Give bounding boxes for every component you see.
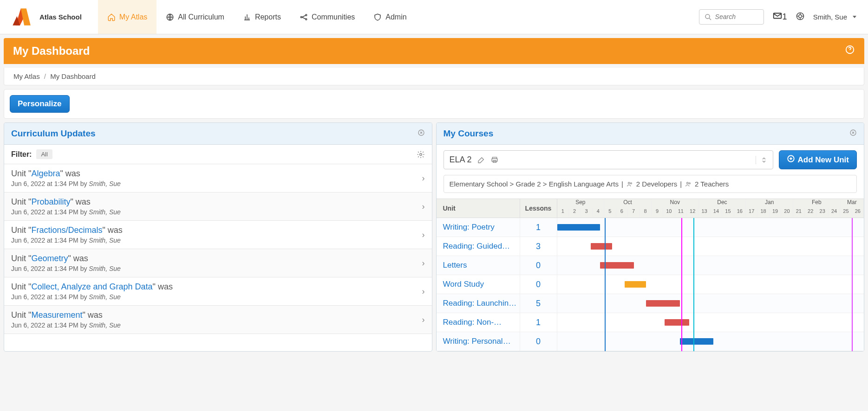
gantt-bar[interactable] [646,300,680,307]
bar-track [557,313,864,332]
update-row[interactable]: Unit "Probability" was Jun 6, 2022 at 1:… [4,193,432,221]
course-select-row: ELA 2 Add New Unit [437,145,864,175]
page-title-bar: My Dashboard [4,38,864,64]
gantt-body: Writing: Poetry 1 Reading: Guided… 3 Let… [437,218,864,351]
people-icon [626,181,633,187]
panel-title: Curriculum Updates [11,128,96,139]
course-meta: Elementary School > Grade 2 > English La… [444,175,857,193]
gantt-bar[interactable] [591,243,612,250]
close-icon[interactable] [418,129,425,138]
panel-header: Curriculum Updates [4,123,432,145]
week-label: 23 [816,208,828,217]
nav-all-curriculum[interactable]: All Curriculum [157,0,234,34]
course-path: Elementary School > Grade 2 > English La… [450,180,619,188]
filter-all-chip[interactable]: All [36,149,52,159]
nav-my-atlas[interactable]: My Atlas [98,0,157,34]
update-row[interactable]: Unit "Collect, Analyze and Graph Data" w… [4,277,432,306]
lesson-count[interactable]: 0 [520,275,557,294]
week-label: 14 [711,208,722,217]
nav-communities[interactable]: Communities [290,0,364,34]
gantt-row: Reading: Launchin… 5 [437,294,864,313]
gantt-chart: Unit Lessons SepOctNovDecJanFebMar 12345… [437,199,864,351]
nav-reports[interactable]: Reports [234,0,290,34]
gantt-bar[interactable] [680,338,714,345]
messages-button[interactable]: 1 [772,11,787,23]
gantt-row: Word Study 0 [437,275,864,294]
logo[interactable]: Atlas School [5,4,86,30]
week-label: 12 [687,208,698,217]
course-selector[interactable]: ELA 2 [444,150,773,169]
unit-name[interactable]: Reading: Launchin… [437,294,520,313]
svg-point-6 [306,19,307,20]
updates-list: Unit "Algebra" was Jun 6, 2022 at 1:34 P… [4,164,432,334]
teachers-count[interactable]: 2 Teachers [695,180,729,188]
lesson-count[interactable]: 5 [520,294,557,313]
globe-icon [166,13,174,21]
update-meta: Jun 6, 2022 at 1:34 PM by Smith, Sue [11,208,121,216]
gantt-row: Writing: Poetry 1 [437,218,864,237]
unit-name[interactable]: Writing: Personal… [437,332,520,351]
search-box[interactable] [699,9,764,24]
week-label: 6 [616,208,628,217]
panel-header: My Courses [437,123,864,145]
update-row[interactable]: Unit "Geometry" was Jun 6, 2022 at 1:34 … [4,249,432,277]
svg-point-13 [419,153,422,155]
update-row[interactable]: Unit "Fractions/Decimals" was Jun 6, 202… [4,221,432,249]
lesson-count[interactable]: 1 [520,218,557,237]
user-menu[interactable]: Smith, Sue [813,13,856,21]
update-title: Unit "Algebra" was [11,169,121,179]
update-row[interactable]: Unit "Measurement" was Jun 6, 2022 at 1:… [4,306,432,334]
breadcrumb-separator: / [44,72,46,80]
week-label: 2 [569,208,581,217]
month-label: Dec [699,199,746,208]
help-circle-icon[interactable] [845,45,855,58]
gear-icon[interactable] [417,150,425,159]
add-new-unit-button[interactable]: Add New Unit [779,150,857,169]
sort-icon[interactable] [756,156,767,164]
week-label: 1 [557,208,569,217]
unit-name[interactable]: Reading: Non-… [437,313,520,332]
svg-rect-17 [493,161,496,162]
bar-track [557,256,864,275]
update-title: Unit "Fractions/Decimals" was [11,225,123,235]
filter-row: Filter: All [4,145,432,164]
page-title: My Dashboard [13,45,90,58]
week-label: 8 [640,208,651,217]
envelope-icon [772,11,783,23]
lesson-count[interactable]: 1 [520,313,557,332]
gantt-bar[interactable] [557,224,600,231]
edit-icon[interactable] [477,156,485,164]
chevron-right-icon: › [422,230,425,240]
month-label: Oct [604,199,652,208]
unit-name[interactable]: Letters [437,256,520,275]
lesson-count[interactable]: 0 [520,256,557,275]
lesson-count[interactable]: 0 [520,332,557,351]
print-icon[interactable] [490,156,499,164]
search-input[interactable] [715,13,759,20]
svg-point-19 [628,182,630,184]
unit-name[interactable]: Reading: Guided… [437,237,520,256]
help-icon[interactable] [796,12,805,22]
lesson-count[interactable]: 3 [520,237,557,256]
week-label: 3 [581,208,592,217]
developers-count[interactable]: 2 Developers [636,180,677,188]
breadcrumb-root[interactable]: My Atlas [13,72,40,80]
header-right: 1 Smith, Sue [699,9,863,24]
bar-track [557,218,864,237]
update-row[interactable]: Unit "Algebra" was Jun 6, 2022 at 1:34 P… [4,164,432,193]
week-label: 22 [805,208,816,217]
bar-track [557,275,864,294]
personalize-button[interactable]: Personalize [10,95,70,113]
unit-name[interactable]: Writing: Poetry [437,218,520,237]
gantt-bar[interactable] [625,281,646,288]
gantt-bar[interactable] [665,319,689,326]
svg-point-20 [630,182,632,184]
nav-admin[interactable]: Admin [364,0,416,34]
add-unit-label: Add New Unit [798,155,849,165]
message-count: 1 [783,12,787,22]
plus-circle-icon [787,154,795,165]
close-icon[interactable] [849,129,857,138]
bar-track [557,237,864,256]
app-name: Atlas School [39,13,82,21]
unit-name[interactable]: Word Study [437,275,520,294]
